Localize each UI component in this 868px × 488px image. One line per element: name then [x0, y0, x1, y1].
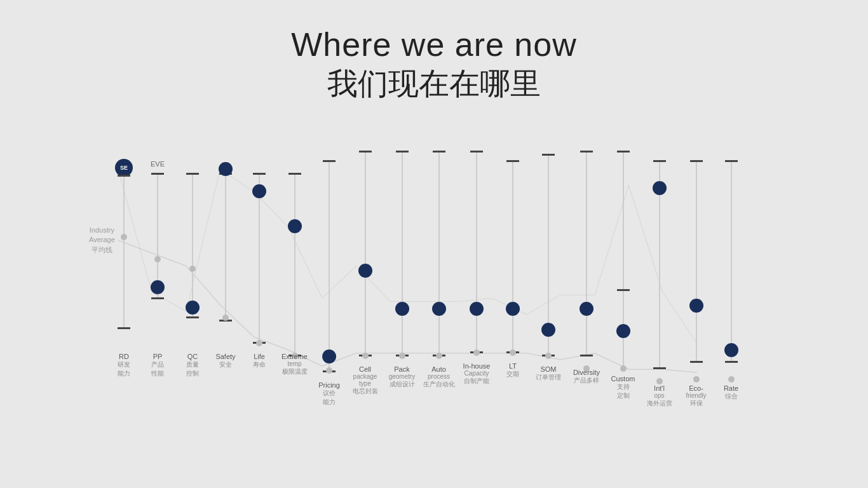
life-top-tick [253, 173, 266, 175]
page-container: Where we are now 我们现在在哪里 IndustryAverage… [0, 0, 868, 104]
eco-dot [689, 299, 703, 313]
pricing-dot [322, 349, 336, 363]
rate-track [731, 162, 732, 362]
col-pp: EVE PP 产品 性能 [142, 127, 173, 413]
custom-avg-dot [620, 365, 627, 372]
diversity-track [586, 152, 587, 356]
lt-dot [506, 302, 520, 316]
auto-top-tick [433, 151, 445, 152]
rate-dot [724, 343, 738, 357]
pricing-track [329, 162, 330, 372]
life-track [259, 175, 260, 343]
extreme-track [294, 175, 295, 356]
col-qc: QC 质量 控制 [177, 127, 208, 413]
pack-track [402, 152, 403, 356]
intl-bottom-tick [653, 367, 666, 369]
rate-avg-dot [728, 376, 735, 383]
pricing-top-tick [323, 160, 336, 162]
eco-bottom-tick [690, 361, 703, 363]
cell-avg-dot [362, 353, 369, 359]
pp-avg-dot [154, 256, 161, 262]
custom-dot [616, 324, 630, 338]
rd-avg-dot [121, 234, 127, 240]
auto-dot [432, 302, 446, 316]
pack-top-tick [396, 151, 409, 152]
inhouse-avg-dot [473, 349, 480, 356]
inhouse-top-tick [470, 151, 483, 152]
intl-avg-dot [656, 378, 663, 384]
safety-dot [219, 162, 233, 176]
qc-track [192, 175, 193, 318]
col-som: SOM 订单管理 [529, 127, 567, 413]
col-diversity: Diversity 产品多样 [567, 127, 606, 413]
lt-top-tick [506, 160, 519, 162]
pp-bottom-tick [151, 297, 164, 299]
extreme-label: Extreme temp 极限温度 [271, 353, 318, 376]
custom-mid-tick [617, 289, 630, 291]
title-chinese: 我们现在在哪里 [0, 64, 868, 104]
auto-avg-dot [436, 353, 442, 359]
col-eco: Eco- friendly 环保 [679, 127, 714, 413]
custom-top-tick [617, 151, 630, 152]
pricing-avg-dot [326, 367, 332, 374]
pp-top-tick [151, 173, 164, 175]
life-dot [252, 184, 266, 198]
rate-bottom-tick [725, 361, 738, 363]
eve-label: EVE [151, 160, 165, 168]
title-english: Where we are now [0, 25, 868, 64]
eco-avg-dot [693, 376, 700, 383]
qc-bottom-tick [186, 316, 199, 318]
diversity-dot [580, 302, 593, 316]
cell-dot [358, 264, 372, 278]
col-custom: Custom 支持 定制 [606, 127, 641, 413]
diversity-top-tick [580, 151, 593, 152]
diversity-bottom-tick [580, 355, 593, 356]
pack-dot [395, 302, 409, 316]
rate-label: Rate 综合 [710, 384, 752, 401]
eco-top-tick [690, 160, 703, 162]
col-intl-ops: Int'l ops 海外运营 [642, 127, 677, 413]
cell-top-tick [359, 151, 372, 152]
col-lt: LT 交期 [497, 127, 529, 413]
col-cell-package: Cell package type 电芯封装 [348, 127, 383, 413]
se-badge: SE [115, 159, 133, 177]
lt-track [512, 162, 513, 353]
chart-area: IndustryAverage平均线 [38, 127, 855, 437]
som-avg-dot [545, 353, 552, 359]
rd-bottom-tick [118, 327, 130, 329]
pp-dot [151, 280, 165, 294]
som-dot [541, 323, 555, 337]
qc-avg-dot [189, 266, 196, 272]
pack-avg-dot [399, 353, 405, 359]
qc-top-tick [186, 173, 199, 175]
auto-track [438, 152, 440, 356]
col-extreme: Extreme temp 极限温度 [277, 127, 312, 413]
safety-avg-dot [222, 315, 229, 321]
inhouse-dot [470, 302, 484, 316]
rate-top-tick [725, 160, 738, 162]
cell-track [365, 152, 366, 356]
extreme-dot [288, 219, 302, 233]
extreme-top-tick [288, 173, 301, 175]
title-section: Where we are now 我们现在在哪里 [0, 0, 868, 104]
lt-avg-dot [510, 349, 516, 356]
col-rate: Rate 综合 [714, 127, 749, 413]
col-inhouse: In-house Capacity 自制产能 [458, 127, 496, 413]
col-safety: Safety 安全 [210, 127, 241, 413]
chart-inner: IndustryAverage平均线 [38, 127, 855, 437]
qc-dot [186, 301, 200, 315]
eco-track [696, 162, 697, 362]
rd-top-tick [118, 175, 130, 177]
life-avg-dot [256, 340, 262, 346]
intl-dot [653, 181, 667, 195]
safety-track [225, 175, 226, 321]
som-top-tick [542, 154, 555, 156]
rd-track [123, 177, 125, 329]
inhouse-track [476, 152, 477, 353]
col-pricing: Pricing 议价 能力 [313, 127, 345, 413]
intl-top-tick [653, 160, 666, 162]
